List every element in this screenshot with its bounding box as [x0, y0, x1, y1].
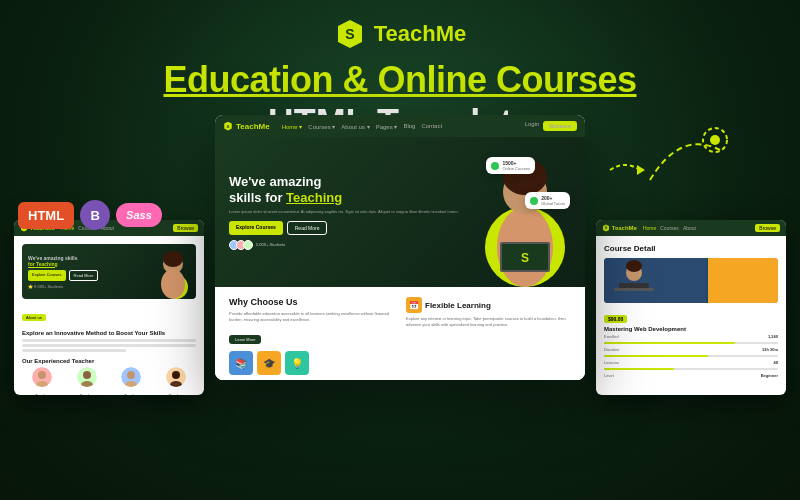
- browser-nav: Home ▾ Courses ▾ About us ▾ Pages ▾ Blog…: [282, 123, 442, 130]
- meta-duration: Duration 12h 30m: [604, 347, 778, 352]
- bootstrap-badge: B: [80, 200, 110, 230]
- left-read-btn[interactable]: Read More: [69, 270, 99, 281]
- right-logo-text: TeachMe: [612, 225, 637, 231]
- browser-logo-text: TeachMe: [236, 122, 270, 131]
- teacher-avatar-1: [32, 367, 52, 387]
- right-nav-1[interactable]: Home: [643, 225, 656, 231]
- nav-blog[interactable]: Blog: [403, 123, 415, 130]
- progress-bar-1: [604, 342, 778, 344]
- course-img-right: [708, 258, 778, 303]
- teacher-card-1: Teacher: [22, 367, 63, 395]
- nav-about[interactable]: About us ▾: [341, 123, 369, 130]
- progress-fill-2: [604, 355, 708, 357]
- nav-courses[interactable]: Courses ▾: [308, 123, 335, 130]
- right-browser-nav: Home Courses About: [643, 225, 696, 231]
- course-detail-title: Course Detail: [604, 244, 778, 253]
- svg-point-25: [127, 371, 135, 379]
- browse-button[interactable]: Browse: [543, 121, 577, 131]
- right-nav-3[interactable]: About: [683, 225, 696, 231]
- teacher-cards: Teacher Teacher Teache: [22, 367, 196, 395]
- course-meta: Enrolled 1,240 Duration 12h 30m Lessons …: [604, 334, 778, 378]
- left-hero-btns: Explore Courses Read More: [28, 270, 190, 281]
- browser-bottom-section: Why Choose Us Provide affordable educati…: [215, 287, 585, 380]
- course-person-svg: [604, 258, 706, 303]
- right-browse-btn[interactable]: Browse: [755, 224, 780, 232]
- progress-bar-2: [604, 355, 778, 357]
- meta-duration-value: 12h 30m: [762, 347, 778, 352]
- teacher-name-1: Teacher: [22, 393, 63, 395]
- tech-badges: HTML B Sass: [18, 200, 162, 230]
- svg-point-28: [172, 371, 180, 379]
- left-hero: We've amazing skills for Teaching Explor…: [22, 244, 196, 299]
- why-choose-us-section: Why Choose Us Provide affordable educati…: [229, 297, 394, 370]
- stat-2-content: 200+ Global Tutors: [541, 195, 565, 206]
- left-explore-btn[interactable]: Explore Courses: [28, 270, 66, 281]
- icon-block-blue: 📚: [229, 351, 253, 375]
- line-2: [22, 344, 196, 347]
- course-image-inner: [604, 258, 778, 303]
- headline-line1: Education & Online Courses: [163, 60, 636, 100]
- right-browser-content: Course Detail: [596, 236, 786, 386]
- center-browser-mockup: S TeachMe Home ▾ Courses ▾ About us ▾ Pa…: [215, 115, 585, 380]
- progress-fill-1: [604, 342, 735, 344]
- nav-pages[interactable]: Pages ▾: [376, 123, 398, 130]
- course-img-right-top: [708, 258, 778, 303]
- left-hero-highlight: for Teaching: [28, 261, 190, 267]
- html-badge: HTML: [18, 202, 74, 229]
- price-badge: $90.00: [604, 315, 627, 323]
- why-description: Provide affordable education accessible …: [229, 311, 394, 323]
- student-avatar-3: [243, 240, 253, 250]
- nav-home[interactable]: Home ▾: [282, 123, 303, 130]
- meta-lessons: Lessons 48: [604, 360, 778, 365]
- nav-contact[interactable]: Contact: [421, 123, 442, 130]
- green-arrow: [605, 155, 645, 189]
- svg-point-34: [626, 260, 642, 272]
- meta-level-label: Level: [604, 373, 614, 378]
- right-browser-logo: S TeachMe: [602, 224, 637, 232]
- right-nav-2[interactable]: Courses: [660, 225, 679, 231]
- svg-rect-36: [614, 288, 654, 291]
- logo-me: Me: [436, 21, 467, 46]
- read-more-button[interactable]: Read More: [287, 221, 328, 235]
- svg-marker-4: [637, 165, 645, 175]
- logo-text: TeachMe: [374, 21, 467, 47]
- explore-innovative-title: Explore an Innovative Method to Boost Yo…: [22, 330, 196, 336]
- svg-rect-37: [708, 258, 778, 303]
- logo: S TeachMe: [334, 18, 467, 50]
- meta-lessons-label: Lessons: [604, 360, 619, 365]
- hero-title-line1: We've amazing: [229, 174, 321, 189]
- left-browse-btn[interactable]: Browse: [173, 224, 198, 232]
- icon-block-orange: 🎓: [257, 351, 281, 375]
- left-browser-mockup: S TeachMe Home Courses About Browse We'v…: [14, 220, 204, 395]
- teacher-name-3: Teacher: [111, 393, 152, 395]
- icon-block-teal: 💡: [285, 351, 309, 375]
- left-hero-text-area: We've amazing skills for Teaching Explor…: [28, 255, 190, 289]
- right-browser-bar: S TeachMe Home Courses About Browse: [596, 220, 786, 236]
- login-link[interactable]: Login: [525, 121, 540, 131]
- svg-text:S: S: [521, 251, 529, 265]
- stat-badge-2: 200+ Global Tutors: [525, 192, 570, 209]
- stat-1-label: Online Courses: [502, 166, 530, 171]
- hero-title-line2: skills for: [229, 190, 282, 205]
- progress-bar-3: [604, 368, 778, 370]
- line-1: [22, 339, 196, 342]
- stat-badge-1: 1500+ Online Courses: [486, 157, 535, 174]
- svg-rect-35: [619, 283, 649, 288]
- learn-more-button[interactable]: Learn More: [229, 335, 261, 344]
- progress-fill-3: [604, 368, 674, 370]
- stat-dot-1: [491, 162, 499, 170]
- flexible-title-text: Flexible Learning: [425, 301, 491, 310]
- browser-nav-buttons: Login Browse: [525, 121, 577, 131]
- course-image: [604, 258, 778, 303]
- left-browser-content: We've amazing skills for Teaching Explor…: [14, 236, 204, 395]
- teacher-card-4: Teacher: [156, 367, 197, 395]
- about-badge: About us: [22, 305, 46, 325]
- icon-blocks: 📚 🎓 💡: [229, 351, 394, 375]
- content-lines: [22, 339, 196, 352]
- student-avatars: [229, 240, 253, 250]
- students-text: 5,000+ Students: [256, 242, 285, 247]
- explore-courses-button[interactable]: Explore Courses: [229, 221, 283, 235]
- sass-badge: Sass: [116, 203, 162, 227]
- flexible-description: Explore any interest or learning topic. …: [406, 316, 571, 328]
- arrow-decoration: [640, 120, 740, 194]
